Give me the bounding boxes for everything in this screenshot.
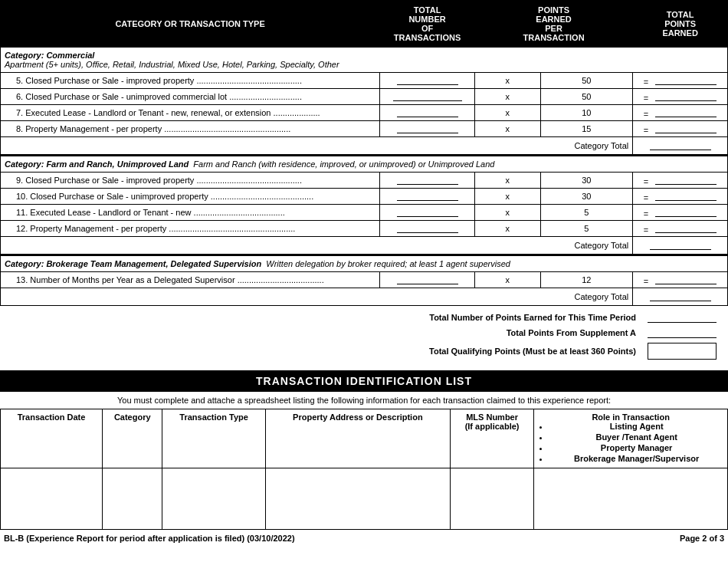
mls-number-cell[interactable] xyxy=(450,468,533,530)
farm-ranch-item-9-points: 30 xyxy=(540,173,633,189)
summary-section: Total Number of Points Earned for This T… xyxy=(0,306,728,370)
role-listing-agent: Listing Agent xyxy=(549,422,723,431)
commercial-item-5-label: 5. Closed Purchase or Sale - improved pr… xyxy=(1,73,380,89)
commercial-item-5-symbol: x xyxy=(474,73,540,89)
farm-ranch-item-12-input[interactable] xyxy=(380,221,475,237)
supplement-a-row: Total Points From Supplement A xyxy=(4,327,724,338)
brokerage-item-13-points: 12 xyxy=(540,272,633,288)
farm-ranch-item-10: 10. Closed Purchase or Sale - unimproved… xyxy=(1,189,728,205)
farm-ranch-total-label: Category Total xyxy=(1,237,633,255)
farm-ranch-category-total: Category Total xyxy=(1,237,728,255)
farm-ranch-item-9-label: 9. Closed Purchase or Sale - improved pr… xyxy=(1,173,380,189)
role-brokerage-manager: Brokerage Manager/Supervisor xyxy=(549,454,723,463)
commercial-total-label: Category Total xyxy=(1,137,633,155)
header-category: CATEGORY OR TRANSACTION TYPE xyxy=(1,1,380,48)
farm-ranch-item-11-input[interactable] xyxy=(380,205,475,221)
commercial-item-6-label: 6. Closed Purchase or Sale - unimproved … xyxy=(1,89,380,105)
commercial-category-total: Category Total xyxy=(1,137,728,155)
commercial-item-7: 7. Executed Lease - Landlord or Tenant -… xyxy=(1,105,728,121)
commercial-item-6-equals: = xyxy=(633,89,728,105)
header-total-points: TOTAL POINTS EARNED xyxy=(633,1,728,48)
header-points-earned: POINTS EARNED PER TRANSACTION xyxy=(474,1,632,48)
transaction-id-section: TRANSACTION IDENTIFICATION LIST You must… xyxy=(0,370,728,530)
commercial-item-6: 6. Closed Purchase or Sale - unimproved … xyxy=(1,89,728,105)
supplement-a-label: Total Points From Supplement A xyxy=(507,328,636,337)
farm-ranch-item-9: 9. Closed Purchase or Sale - improved pr… xyxy=(1,173,728,189)
farm-ranch-category-header: Category: Farm and Ranch, Unimproved Lan… xyxy=(1,156,728,173)
commercial-item-8-equals: = xyxy=(633,121,728,137)
commercial-item-8: 8. Property Management - per property ..… xyxy=(1,121,728,137)
farm-ranch-item-12-equals: = xyxy=(633,221,728,237)
supplement-a-input[interactable] xyxy=(648,327,717,338)
transaction-id-title: TRANSACTION IDENTIFICATION LIST xyxy=(0,370,728,392)
total-points-row: Total Number of Points Earned for This T… xyxy=(4,312,724,323)
farm-ranch-item-10-symbol: x xyxy=(474,189,540,205)
qualifying-points-label: Total Qualifying Points (Must be at leas… xyxy=(429,347,636,356)
commercial-item-8-input[interactable] xyxy=(380,121,475,137)
brokerage-item-13-symbol: x xyxy=(474,272,540,288)
commercial-item-6-input[interactable] xyxy=(380,89,475,105)
property-address-cell[interactable] xyxy=(265,468,450,530)
commercial-item-7-symbol: x xyxy=(474,105,540,121)
commercial-item-6-symbol: x xyxy=(474,89,540,105)
farm-ranch-category-label: Category: Farm and Ranch, Unimproved Lan… xyxy=(1,156,728,173)
commercial-item-8-label: 8. Property Management - per property ..… xyxy=(1,121,380,137)
role-buyer-tenant-agent: Buyer /Tenant Agent xyxy=(549,432,723,442)
brokerage-total-input[interactable] xyxy=(633,288,728,306)
role-cell[interactable] xyxy=(534,468,728,530)
footer-left: BL-B (Experience Report for period after… xyxy=(4,534,295,543)
commercial-item-5-input[interactable] xyxy=(380,73,475,89)
farm-ranch-item-9-input[interactable] xyxy=(380,173,475,189)
farm-ranch-item-11-points: 5 xyxy=(540,205,633,221)
farm-ranch-item-10-input[interactable] xyxy=(380,189,475,205)
col-category: Category xyxy=(103,409,162,468)
total-points-input[interactable] xyxy=(648,312,717,323)
brokerage-item-13-input[interactable] xyxy=(380,272,475,288)
col-mls-number: MLS Number(If applicable) xyxy=(450,409,533,468)
commercial-category-label: Category: Commercial Apartment (5+ units… xyxy=(1,48,728,73)
farm-ranch-item-11-equals: = xyxy=(633,205,728,221)
role-property-manager: Property Manager xyxy=(549,443,723,452)
header-transactions: TOTAL NUMBER OF TRANSACTIONS xyxy=(380,1,475,48)
col-property-address: Property Address or Description xyxy=(265,409,450,468)
commercial-item-7-equals: = xyxy=(633,105,728,121)
qualifying-points-row: Total Qualifying Points (Must be at leas… xyxy=(4,343,724,360)
brokerage-item-13-equals: = xyxy=(633,272,728,288)
brokerage-item-13: 13. Number of Months per Year as a Deleg… xyxy=(1,272,728,288)
farm-ranch-item-12-points: 5 xyxy=(540,221,633,237)
transaction-list-header-row: Transaction Date Category Transaction Ty… xyxy=(1,409,728,468)
commercial-item-8-points: 15 xyxy=(540,121,633,137)
brokerage-total-label: Category Total xyxy=(1,288,633,306)
col-transaction-date: Transaction Date xyxy=(1,409,103,468)
commercial-item-8-symbol: x xyxy=(474,121,540,137)
table-header: CATEGORY OR TRANSACTION TYPE TOTAL NUMBE… xyxy=(1,1,728,48)
transaction-id-subtitle: You must complete and attache a spreadsh… xyxy=(0,392,728,409)
brokerage-category-header: Category: Brokerage Team Management, Del… xyxy=(1,256,728,272)
transaction-list-data-row xyxy=(1,468,728,530)
commercial-total-input[interactable] xyxy=(633,137,728,155)
farm-ranch-total-input[interactable] xyxy=(633,237,728,255)
brokerage-category-total: Category Total xyxy=(1,288,728,306)
transaction-type-cell[interactable] xyxy=(162,468,265,530)
brokerage-item-13-label: 13. Number of Months per Year as a Deleg… xyxy=(1,272,380,288)
role-list: Listing Agent Buyer /Tenant Agent Proper… xyxy=(538,422,723,463)
farm-ranch-item-9-equals: = xyxy=(633,173,728,189)
commercial-item-5: 5. Closed Purchase or Sale - improved pr… xyxy=(1,73,728,89)
brokerage-category-label: Category: Brokerage Team Management, Del… xyxy=(1,256,728,272)
qualifying-points-input[interactable] xyxy=(648,343,717,360)
footer: BL-B (Experience Report for period after… xyxy=(0,530,728,547)
commercial-item-7-label: 7. Executed Lease - Landlord or Tenant -… xyxy=(1,105,380,121)
farm-ranch-item-10-label: 10. Closed Purchase or Sale - unimproved… xyxy=(1,189,380,205)
transaction-list-table: Transaction Date Category Transaction Ty… xyxy=(0,409,728,530)
commercial-item-5-equals: = xyxy=(633,73,728,89)
transaction-date-cell[interactable] xyxy=(1,468,103,530)
farm-ranch-item-12-symbol: x xyxy=(474,221,540,237)
commercial-item-6-points: 50 xyxy=(540,89,633,105)
farm-ranch-item-11-label: 11. Executed Lease - Landlord or Tenant … xyxy=(1,205,380,221)
commercial-item-7-input[interactable] xyxy=(380,105,475,121)
farm-ranch-item-12-label: 12. Property Management - per property .… xyxy=(1,221,380,237)
category-cell[interactable] xyxy=(103,468,162,530)
farm-ranch-item-9-symbol: x xyxy=(474,173,540,189)
col-role-in-transaction: Role in Transaction Listing Agent Buyer … xyxy=(534,409,728,468)
commercial-item-7-points: 10 xyxy=(540,105,633,121)
